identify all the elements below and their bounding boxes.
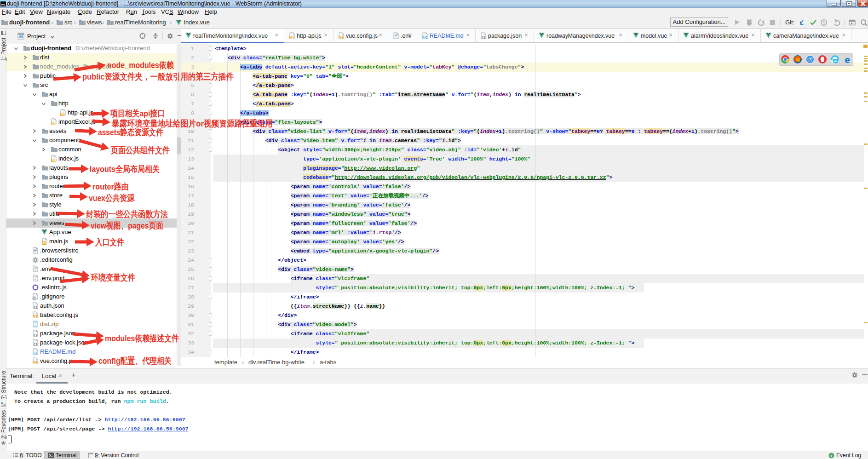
svg-text:JS: JS — [52, 122, 56, 125]
svg-text:{}: {} — [33, 343, 37, 346]
svg-text:e: e — [845, 54, 850, 65]
svg-text:JS: JS — [33, 315, 37, 318]
svg-text:Git:: Git: — [785, 19, 794, 26]
svg-text:WS: WS — [1, 3, 6, 6]
svg-text:MD: MD — [33, 352, 37, 355]
svg-text:{}: {} — [481, 36, 485, 40]
svg-text:JS: JS — [52, 159, 56, 162]
svg-text:JS: JS — [290, 36, 294, 39]
svg-text:JS: JS — [42, 241, 46, 245]
svg-text:MD: MD — [422, 36, 427, 39]
svg-text:JS: JS — [33, 361, 37, 364]
svg-text:{}: {} — [33, 306, 37, 310]
svg-text:JS: JS — [339, 36, 343, 39]
svg-text:{}: {} — [33, 333, 37, 337]
svg-text:JS: JS — [61, 113, 65, 116]
svg-text:1: 1 — [830, 454, 833, 458]
